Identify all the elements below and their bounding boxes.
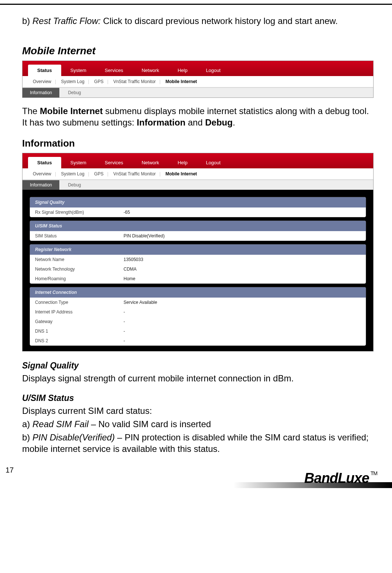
page-number: 17 xyxy=(6,466,14,474)
tab-network-2[interactable]: Network xyxy=(132,157,169,168)
heading-signal-quality: Signal Quality xyxy=(22,361,374,371)
screenshot-nav-only: Status System Services Network Help Logo… xyxy=(22,61,374,98)
row-internet-ip: Internet IP Address - xyxy=(30,307,366,317)
intro-prefix: b) xyxy=(22,16,32,26)
paragraph-usim-status: Displays current SIM card status: xyxy=(22,405,374,416)
row-gateway: Gateway - xyxy=(30,317,366,326)
intro-rest: Click to discard previous network histor… xyxy=(101,16,338,26)
tab-network[interactable]: Network xyxy=(132,65,169,76)
row-rx-signal: Rx Signal Strength(dBm) -65 xyxy=(30,207,366,217)
mobile-internet-description: The Mobile Internet submenu displays mob… xyxy=(22,105,374,128)
third-nav: Information Debug xyxy=(22,88,373,97)
row-dns2: DNS 2 - xyxy=(30,336,366,346)
panel-sim-status: U/SIM Status SIM Status PIN Disable(Veri… xyxy=(30,221,366,241)
tab-status[interactable]: Status xyxy=(28,65,61,76)
value-sim-status: PIN Disable(Verified) xyxy=(124,233,361,239)
row-dns1: DNS 1 - xyxy=(30,326,366,336)
heading-information: Information xyxy=(22,138,374,149)
row-sim-status: SIM Status PIN Disable(Verified) xyxy=(30,231,366,241)
label-rx-signal: Rx Signal Strength(dBm) xyxy=(35,210,124,215)
intro-italic: Rest Traffic Flow: xyxy=(32,16,101,26)
label-sim-status: SIM Status xyxy=(35,233,124,239)
tab-services-2[interactable]: Services xyxy=(96,157,132,168)
thirdtab-debug[interactable]: Debug xyxy=(60,88,88,97)
brand-logo: BandLuxeTM xyxy=(304,470,377,486)
page-footer: 17 BandLuxeTM xyxy=(0,462,392,488)
tab-system[interactable]: System xyxy=(61,65,96,76)
paragraph-read-sim-fail: a) Read SIM Fail – No valid SIM card is … xyxy=(22,418,374,430)
paragraph-signal-quality: Displays signal strength of current mobi… xyxy=(22,373,374,384)
subtab-gps-2[interactable]: GPS xyxy=(90,171,107,176)
thirdtab-information[interactable]: Information xyxy=(22,88,59,97)
panel-sim-status-header: U/SIM Status xyxy=(30,221,366,231)
panel-signal-quality: Signal Quality Rx Signal Strength(dBm) -… xyxy=(30,197,366,217)
sub-nav: Overview| System Log| GPS| VnStat Traffi… xyxy=(22,76,373,88)
row-home-roaming: Home/Roaming Home xyxy=(30,274,366,284)
tab-help[interactable]: Help xyxy=(169,65,197,76)
panel-register-network-header: Register Network xyxy=(30,244,366,255)
panel-internet-connection-header: Internet Connection xyxy=(30,287,366,298)
tab-logout[interactable]: Logout xyxy=(197,65,230,76)
tab-status-2[interactable]: Status xyxy=(28,157,61,168)
panel-signal-quality-header: Signal Quality xyxy=(30,197,366,207)
subtab-overview-2[interactable]: Overview xyxy=(29,171,55,176)
subtab-vnstat-2[interactable]: VnStat Traffic Monitor xyxy=(110,171,159,176)
subtab-overview[interactable]: Overview xyxy=(29,79,55,84)
subtab-gps[interactable]: GPS xyxy=(90,79,107,84)
heading-mobile-internet: Mobile Internet xyxy=(22,45,374,57)
row-connection-type: Connection Type Service Available xyxy=(30,298,366,307)
value-rx-signal: -65 xyxy=(124,210,361,215)
row-network-name: Network Name 13505033 xyxy=(30,255,366,264)
heading-usim-status: U/SIM Status xyxy=(22,393,374,403)
paragraph-pin-disable: b) PIN Disable(Verified) – PIN protectio… xyxy=(22,432,374,454)
thirdtab-information-2[interactable]: Information xyxy=(22,180,59,190)
third-nav-2: Information Debug xyxy=(22,180,373,190)
screenshot-information: Status System Services Network Help Logo… xyxy=(22,153,374,351)
tab-help-2[interactable]: Help xyxy=(169,157,197,168)
subtab-mobileinternet-2[interactable]: Mobile Internet xyxy=(162,171,201,176)
panel-internet-connection: Internet Connection Connection Type Serv… xyxy=(30,287,366,346)
tab-services[interactable]: Services xyxy=(96,65,132,76)
info-panels-area: Signal Quality Rx Signal Strength(dBm) -… xyxy=(22,190,373,351)
top-nav: Status System Services Network Help Logo… xyxy=(22,61,373,76)
tab-logout-2[interactable]: Logout xyxy=(197,157,230,168)
sub-nav-2: Overview| System Log| GPS| VnStat Traffi… xyxy=(22,168,373,180)
subtab-vnstat[interactable]: VnStat Traffic Monitor xyxy=(110,79,159,84)
trademark-symbol: TM xyxy=(371,470,377,476)
brand-text: BandLuxe xyxy=(304,470,369,486)
tab-system-2[interactable]: System xyxy=(61,157,96,168)
top-nav-2: Status System Services Network Help Logo… xyxy=(22,153,373,168)
subtab-systemlog[interactable]: System Log xyxy=(57,79,88,84)
subtab-mobileinternet[interactable]: Mobile Internet xyxy=(162,79,201,84)
thirdtab-debug-2[interactable]: Debug xyxy=(60,180,88,190)
subtab-systemlog-2[interactable]: System Log xyxy=(57,171,88,176)
panel-register-network: Register Network Network Name 13505033 N… xyxy=(30,244,366,284)
row-network-technology: Network Technology CDMA xyxy=(30,264,366,274)
intro-paragraph: b) Rest Traffic Flow: Click to discard p… xyxy=(22,15,374,27)
